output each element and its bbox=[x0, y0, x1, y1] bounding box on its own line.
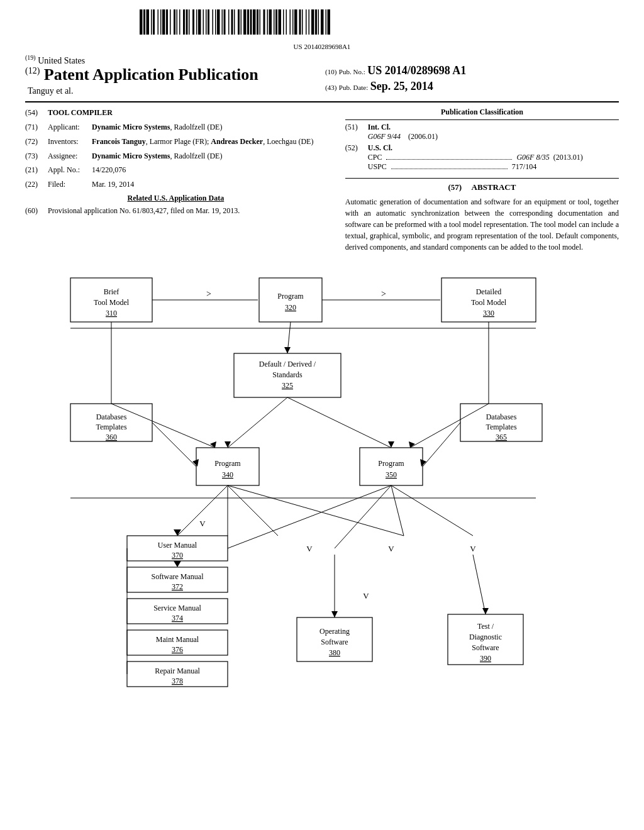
svg-rect-5 bbox=[153, 9, 155, 35]
svg-line-66 bbox=[423, 423, 460, 467]
svg-rect-44 bbox=[279, 9, 282, 35]
label-test-1: Test / bbox=[477, 622, 494, 631]
label-default-3: 325 bbox=[282, 381, 293, 390]
assignee-row: (73) Assignee: Dynamic Micro Systems, Ra… bbox=[25, 151, 326, 162]
ah-soft-manual bbox=[174, 561, 181, 567]
label-detailed-2: Tool Model bbox=[471, 298, 507, 307]
svg-rect-40 bbox=[267, 9, 269, 35]
label-brief-tool-model: Brief bbox=[104, 287, 119, 296]
us-cl-label: U.S. Cl. bbox=[368, 143, 392, 152]
svg-rect-33 bbox=[243, 9, 247, 35]
svg-rect-46 bbox=[286, 9, 287, 35]
down-arrow-340: V bbox=[199, 519, 206, 528]
svg-rect-22 bbox=[208, 9, 209, 35]
label-operating-3: 380 bbox=[329, 648, 340, 657]
appl-row: (21) Appl. No.: 14/220,076 bbox=[25, 165, 326, 175]
related-row: (60) Provisional application No. 61/803,… bbox=[25, 206, 326, 216]
label-db-360-3: 360 bbox=[106, 433, 117, 441]
label-db-360-2: Templates bbox=[96, 423, 126, 431]
inventors-num: (72) bbox=[25, 136, 48, 147]
svg-line-80 bbox=[228, 485, 391, 548]
filed-label: Filed: bbox=[48, 179, 92, 190]
pub-no-value: US 2014/0289698 A1 bbox=[367, 64, 466, 77]
svg-rect-21 bbox=[206, 9, 207, 35]
label-program-320-num: 320 bbox=[285, 303, 296, 312]
int-cl-content: Int. Cl. G06F 9/44 (2006.01) bbox=[368, 123, 619, 141]
v-arrow-2: V bbox=[388, 544, 394, 553]
svg-rect-43 bbox=[275, 9, 277, 35]
title-block: (19) United States (12) Patent Applicati… bbox=[0, 54, 644, 96]
svg-rect-11 bbox=[174, 9, 175, 35]
diagram-svg: Brief Tool Model 310 Program 320 Detaile… bbox=[33, 265, 611, 693]
label-program-350: Program bbox=[378, 459, 404, 468]
abstract-text: Automatic generation of documentation an… bbox=[345, 196, 619, 253]
cpc-value: G06F 8/35 bbox=[516, 153, 549, 162]
patent-type: Patent Application Publication bbox=[44, 65, 258, 84]
svg-rect-17 bbox=[192, 9, 194, 35]
svg-rect-32 bbox=[241, 9, 242, 35]
svg-line-77 bbox=[391, 485, 404, 536]
patent-type-title: (12) Patent Application Publication bbox=[25, 66, 319, 84]
type-number: (12) bbox=[25, 66, 40, 75]
label-test-3: Software bbox=[472, 643, 499, 652]
label-repair-manual-1: Repair Manual bbox=[155, 667, 200, 675]
svg-line-79 bbox=[228, 485, 404, 536]
svg-rect-59 bbox=[328, 9, 331, 35]
pub-class-title: Publication Classification bbox=[345, 108, 619, 117]
svg-rect-25 bbox=[217, 9, 220, 35]
label-software-manual-1: Software Manual bbox=[152, 572, 204, 581]
pub-date-label: Pub. Date: bbox=[339, 84, 368, 91]
svg-rect-57 bbox=[321, 9, 324, 35]
abstract-divider bbox=[345, 178, 619, 179]
related-title: Related U.S. Application Data bbox=[25, 194, 326, 203]
abstract-num: (57) bbox=[448, 182, 462, 192]
svg-rect-3 bbox=[147, 9, 150, 35]
assignee-num: (73) bbox=[25, 151, 48, 162]
svg-rect-16 bbox=[189, 9, 190, 35]
related-value: Provisional application No. 61/803,427, … bbox=[48, 206, 326, 216]
svg-rect-56 bbox=[318, 9, 319, 35]
label-brief-tool-model-3: 310 bbox=[106, 309, 117, 318]
svg-rect-29 bbox=[231, 9, 233, 35]
arrowhead-340 bbox=[225, 441, 231, 448]
ah-test-diag bbox=[482, 608, 489, 614]
svg-rect-26 bbox=[222, 9, 223, 35]
inventors-row: (72) Inventors: Francois Tanguy, Larmor … bbox=[25, 136, 326, 147]
svg-rect-53 bbox=[309, 9, 310, 35]
pub-date-number: (43) bbox=[325, 84, 336, 91]
appl-label: Appl. No.: bbox=[48, 165, 92, 175]
svg-rect-12 bbox=[177, 9, 178, 35]
assignee-label: Assignee: bbox=[48, 151, 92, 162]
pub-date-value: Sep. 25, 2014 bbox=[370, 80, 433, 92]
svg-rect-7 bbox=[160, 9, 162, 35]
svg-rect-27 bbox=[224, 9, 226, 35]
cpc-label: CPC bbox=[368, 153, 382, 162]
label-db-360-1: Databases bbox=[96, 412, 127, 421]
diagram-area: Brief Tool Model 310 Program 320 Detaile… bbox=[25, 265, 619, 693]
arrow-program-detailed: > bbox=[381, 289, 386, 299]
related-num: (60) bbox=[25, 206, 48, 216]
svg-rect-47 bbox=[290, 9, 291, 35]
col-left: (54) TOOL COMPILER (71) Applicant: Dynam… bbox=[25, 108, 326, 253]
cpc-year: (2013.01) bbox=[553, 153, 583, 162]
label-detailed-1: Detailed bbox=[476, 287, 502, 296]
svg-rect-9 bbox=[166, 9, 168, 35]
svg-rect-39 bbox=[264, 9, 265, 35]
svg-rect-55 bbox=[315, 9, 317, 35]
uspc-value: 717/104 bbox=[512, 162, 536, 171]
label-test-4: 390 bbox=[480, 654, 491, 663]
svg-rect-14 bbox=[183, 9, 185, 35]
tool-compiler-row: (54) TOOL COMPILER bbox=[25, 108, 326, 118]
label-service-manual-2: 374 bbox=[172, 614, 183, 622]
filed-row: (22) Filed: Mar. 19, 2014 bbox=[25, 179, 326, 190]
label-repair-manual-2: 378 bbox=[172, 677, 183, 685]
inventors-value: Francois Tanguy, Larmor Plage (FR); Andr… bbox=[92, 136, 326, 147]
svg-line-78 bbox=[391, 485, 473, 536]
label-program-340: Program bbox=[214, 459, 241, 468]
int-cl-code: G06F 9/44 bbox=[368, 132, 401, 141]
applicant-label: Applicant: bbox=[48, 122, 92, 133]
int-cl-num: (51) bbox=[345, 123, 368, 141]
int-cl-row: (51) Int. Cl. G06F 9/44 (2006.01) bbox=[345, 123, 619, 141]
cpc-row: CPC G06F 8/35 (2013.01) bbox=[368, 153, 583, 162]
label-detailed-3: 330 bbox=[483, 309, 494, 318]
